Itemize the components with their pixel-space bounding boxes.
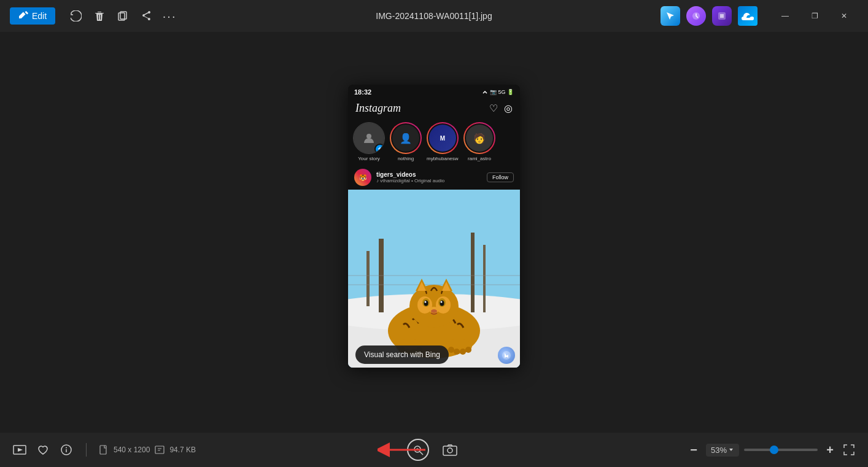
window-controls: — ❐ ✕ xyxy=(771,6,858,26)
post-sub: ♪ vthamizdigital • Original audio xyxy=(376,178,482,183)
ig-heart-icon[interactable]: ♡ xyxy=(489,102,498,114)
app-icon-purple[interactable] xyxy=(686,6,706,26)
story-item-rami-astro[interactable]: 🧑 rami_astro xyxy=(463,122,495,161)
slideshow-icon[interactable] xyxy=(12,442,27,457)
svg-point-45 xyxy=(66,447,67,449)
svg-point-15 xyxy=(409,285,459,328)
follow-button[interactable]: Follow xyxy=(487,172,514,182)
file-size: 94.7 KB xyxy=(169,446,196,454)
svg-rect-11 xyxy=(483,245,486,312)
svg-rect-9 xyxy=(366,251,370,306)
svg-point-40 xyxy=(502,351,511,360)
post-info: tigers_videos ♪ vthamizdigital • Origina… xyxy=(376,171,482,183)
favorite-icon[interactable] xyxy=(36,442,50,457)
ig-header: Instagram ♡ ◎ xyxy=(348,98,520,118)
bottom-center-tools xyxy=(407,439,461,461)
camera-button[interactable] xyxy=(439,439,461,461)
story-label-2: mybhubaneswar xyxy=(427,156,459,161)
svg-point-23 xyxy=(441,301,443,303)
bottom-right: − 53% + xyxy=(686,442,856,457)
info-icon[interactable] xyxy=(59,442,74,457)
minimize-button[interactable]: — xyxy=(771,6,799,26)
zoom-in-icon[interactable]: + xyxy=(823,442,837,457)
story-item-nothing[interactable]: 👤 nothing xyxy=(390,122,422,161)
zoom-value: 53% xyxy=(711,446,727,455)
file-info: 540 x 1200 94.7 KB xyxy=(99,445,196,455)
zoom-slider[interactable] xyxy=(744,449,818,451)
bing-tooltip[interactable]: Visual search with Bing xyxy=(355,345,449,364)
svg-rect-46 xyxy=(100,446,106,454)
expand-icon[interactable] xyxy=(842,443,856,457)
svg-point-36 xyxy=(448,347,454,353)
bottom-bar: 540 x 1200 94.7 KB − xyxy=(0,433,868,467)
svg-point-39 xyxy=(465,347,471,353)
app-icon-onedrive[interactable] xyxy=(738,6,758,26)
post-header: 🐯 tigers_videos ♪ vthamizdigital • Origi… xyxy=(348,165,520,190)
story-add-icon: + xyxy=(374,144,385,154)
status-icons: 📷 5G 🔋 xyxy=(482,89,514,95)
more-button[interactable]: ··· xyxy=(163,10,176,22)
zoom-display: 53% xyxy=(706,444,739,457)
post-username: tigers_videos xyxy=(376,171,482,178)
phone-screenshot: 18:32 📷 5G 🔋 Instagram ♡ ◎ + xyxy=(348,85,520,368)
undo-button[interactable] xyxy=(70,10,82,22)
ig-header-icons: ♡ ◎ xyxy=(489,102,513,114)
tiger-image: Visual search with Bing xyxy=(348,190,520,368)
phone-status-bar: 18:32 📷 5G 🔋 xyxy=(348,85,520,98)
svg-point-4 xyxy=(366,134,371,139)
share-button[interactable] xyxy=(140,10,152,22)
svg-point-21 xyxy=(440,301,444,306)
edit-button[interactable]: Edit xyxy=(10,7,55,25)
svg-point-37 xyxy=(454,349,460,355)
story-item-mybhubaneswar[interactable]: M mybhubaneswar xyxy=(427,122,459,161)
top-bar-right: — ❐ ✕ xyxy=(661,6,858,26)
app-icon-dark[interactable] xyxy=(712,6,732,26)
zoom-out-icon[interactable]: − xyxy=(686,442,701,457)
story-label-0: Your story xyxy=(358,156,380,161)
zoom-slider-thumb xyxy=(770,446,778,454)
post-avatar: 🐯 xyxy=(354,169,371,186)
zoom-slider-container xyxy=(744,449,818,451)
svg-rect-10 xyxy=(471,233,475,312)
pencil-icon xyxy=(18,11,28,21)
svg-point-53 xyxy=(448,448,452,453)
tiger-svg xyxy=(348,190,520,368)
status-time: 18:32 xyxy=(354,88,371,96)
bing-tooltip-text: Visual search with Bing xyxy=(364,350,440,359)
toolbar-actions: ··· xyxy=(70,10,176,22)
svg-point-38 xyxy=(460,349,466,355)
story-label-3: rami_astro xyxy=(468,156,491,161)
red-arrow xyxy=(378,442,427,457)
svg-marker-42 xyxy=(18,448,23,452)
ig-chat-icon[interactable]: ◎ xyxy=(504,102,513,114)
bing-avatar xyxy=(498,347,515,364)
svg-rect-47 xyxy=(155,446,164,453)
svg-point-22 xyxy=(425,301,427,303)
story-item-your-story[interactable]: + Your story xyxy=(353,122,385,161)
svg-point-20 xyxy=(424,301,428,306)
top-bar: Edit ··· IMG-20241108-WA0011[1].jpg xyxy=(0,0,868,32)
ig-logo: Instagram xyxy=(355,102,401,115)
app-icon-snipping[interactable] xyxy=(661,6,680,26)
file-title: IMG-20241108-WA0011[1].jpg xyxy=(376,11,492,21)
copy-button[interactable] xyxy=(117,10,129,22)
svg-point-25 xyxy=(431,309,437,313)
maximize-button[interactable]: ❐ xyxy=(800,6,829,26)
zoom-dropdown[interactable]: 53% xyxy=(706,444,739,457)
edit-label: Edit xyxy=(32,11,47,21)
svg-marker-54 xyxy=(729,449,733,451)
separator xyxy=(86,443,87,457)
delete-button[interactable] xyxy=(93,10,106,22)
file-dimensions: 540 x 1200 xyxy=(114,446,150,454)
bottom-left: 540 x 1200 94.7 KB xyxy=(12,442,196,457)
story-label-1: nothing xyxy=(398,156,414,161)
main-area: 18:32 📷 5G 🔋 Instagram ♡ ◎ + xyxy=(0,32,868,433)
stories-row: + Your story 👤 nothing M mybhubaneswar xyxy=(348,118,520,165)
close-button[interactable]: ✕ xyxy=(830,6,858,26)
